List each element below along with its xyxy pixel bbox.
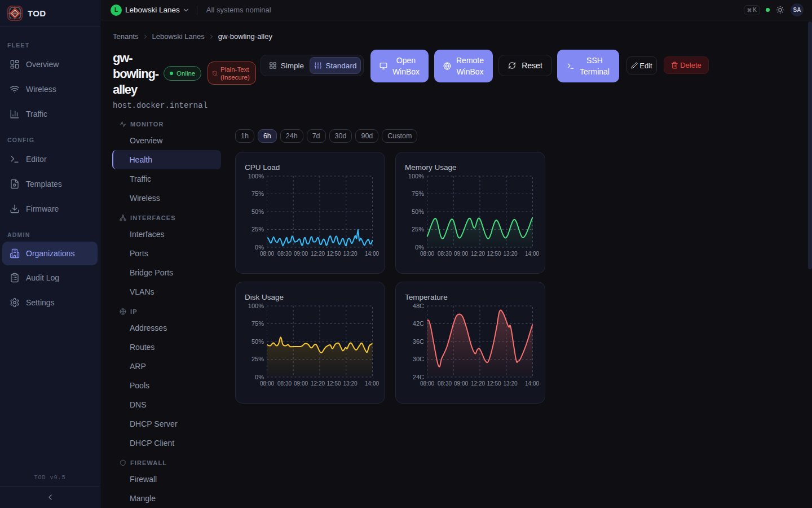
svg-text:CPU Load: CPU Load	[245, 163, 280, 172]
svg-text:0%: 0%	[255, 244, 264, 251]
svg-text:Disk Usage: Disk Usage	[245, 293, 284, 301]
svg-text:75%: 75%	[251, 320, 264, 327]
svg-text:13:20: 13:20	[503, 380, 517, 387]
svg-text:08:30: 08:30	[277, 380, 292, 387]
svg-text:100%: 100%	[248, 303, 264, 309]
svg-text:08:00: 08:00	[260, 251, 274, 257]
svg-text:13:20: 13:20	[343, 251, 357, 257]
svg-text:09:00: 09:00	[454, 380, 468, 387]
svg-text:12:50: 12:50	[326, 251, 341, 257]
svg-text:30C: 30C	[413, 356, 424, 362]
svg-text:12:20: 12:20	[471, 251, 485, 257]
svg-text:12:50: 12:50	[487, 251, 501, 257]
svg-text:13:20: 13:20	[343, 380, 357, 387]
svg-text:12:20: 12:20	[311, 251, 325, 257]
svg-text:75%: 75%	[412, 190, 424, 197]
svg-text:0%: 0%	[415, 244, 424, 251]
svg-text:50%: 50%	[251, 208, 264, 215]
svg-text:12:20: 12:20	[471, 380, 485, 387]
svg-text:12:50: 12:50	[326, 380, 341, 387]
svg-text:13:20: 13:20	[503, 251, 517, 257]
svg-text:Temperature: Temperature	[405, 293, 448, 301]
svg-text:08:00: 08:00	[420, 380, 434, 387]
svg-text:25%: 25%	[251, 356, 264, 362]
svg-text:14:00: 14:00	[525, 251, 539, 257]
svg-text:25%: 25%	[412, 226, 424, 233]
svg-text:08:00: 08:00	[260, 380, 274, 387]
svg-text:12:20: 12:20	[311, 380, 325, 387]
svg-text:08:30: 08:30	[438, 251, 452, 257]
svg-text:09:00: 09:00	[294, 380, 308, 387]
svg-text:100%: 100%	[408, 173, 424, 179]
svg-text:100%: 100%	[248, 173, 264, 179]
svg-text:36C: 36C	[413, 338, 424, 345]
svg-text:Memory Usage: Memory Usage	[405, 163, 457, 172]
svg-text:25%: 25%	[251, 226, 264, 233]
svg-text:12:50: 12:50	[487, 380, 501, 387]
svg-text:48C: 48C	[413, 303, 424, 309]
svg-text:14:00: 14:00	[365, 251, 379, 257]
svg-text:09:00: 09:00	[454, 251, 468, 257]
svg-text:14:00: 14:00	[365, 380, 379, 387]
svg-text:24C: 24C	[413, 374, 424, 380]
svg-text:0%: 0%	[255, 374, 264, 380]
svg-text:09:00: 09:00	[294, 251, 308, 257]
svg-text:42C: 42C	[413, 320, 424, 327]
svg-text:75%: 75%	[251, 190, 264, 197]
svg-text:08:00: 08:00	[420, 251, 434, 257]
svg-text:50%: 50%	[251, 338, 264, 345]
svg-text:08:30: 08:30	[438, 380, 452, 387]
svg-text:50%: 50%	[412, 208, 424, 215]
svg-text:14:00: 14:00	[525, 380, 539, 387]
svg-text:08:30: 08:30	[277, 251, 292, 257]
